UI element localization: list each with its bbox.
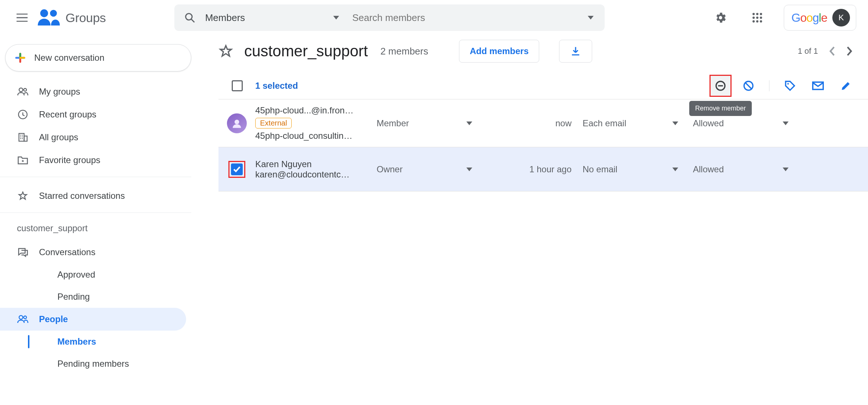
posting-dropdown[interactable]: Allowed	[693, 118, 803, 128]
sidebar-label: Recent groups	[39, 109, 96, 120]
settings-button[interactable]	[710, 7, 731, 28]
search-options-dropdown[interactable]	[577, 16, 605, 20]
role-dropdown[interactable]: Owner	[377, 164, 487, 175]
prev-page-button[interactable]	[828, 46, 836, 56]
svg-line-3	[191, 19, 194, 22]
account-switcher[interactable]: Google K	[784, 5, 856, 31]
svg-point-9	[760, 17, 762, 19]
remove-circle-icon	[715, 80, 726, 92]
sidebar-label: My groups	[39, 87, 80, 97]
product-name-label: Groups	[65, 11, 106, 25]
subscription-value: No email	[583, 164, 618, 175]
subscription-dropdown[interactable]: Each email	[583, 118, 693, 128]
role-value: Member	[377, 118, 409, 128]
svg-point-13	[19, 88, 23, 92]
svg-point-5	[756, 13, 758, 15]
search-bar: Members	[174, 4, 605, 31]
groups-logo[interactable]: Groups	[37, 9, 106, 27]
select-all-checkbox[interactable]	[232, 80, 243, 91]
row-checkbox[interactable]	[228, 161, 245, 178]
sidebar-label: Starred conversations	[39, 191, 125, 201]
hamburger-menu-button[interactable]	[9, 4, 35, 31]
email-button[interactable]	[807, 75, 829, 97]
selection-count-label: 1 selected	[255, 81, 298, 91]
member-email: karen@cloudcontentc…	[255, 169, 372, 180]
svg-rect-16	[19, 134, 24, 141]
search-button[interactable]	[174, 12, 205, 23]
sidebar-label: Pending members	[57, 359, 129, 369]
sidebar: New conversation My groups Recent groups…	[0, 35, 191, 375]
posting-dropdown[interactable]: Allowed	[693, 164, 803, 175]
pencil-icon	[840, 80, 851, 91]
new-conversation-label: New conversation	[34, 53, 104, 63]
folder-star-icon	[17, 155, 28, 165]
chevron-down-icon	[672, 122, 678, 125]
chevron-down-icon	[783, 122, 789, 125]
sidebar-label: Approved	[57, 270, 95, 280]
table-row[interactable]: Karen Nguyen karen@cloudcontentc… Owner …	[218, 147, 868, 191]
checkbox-checked-icon	[231, 163, 243, 175]
svg-rect-17	[24, 136, 27, 141]
sidebar-item-all-groups[interactable]: All groups	[0, 126, 191, 149]
gear-icon	[714, 11, 727, 24]
sidebar-subitem-pending[interactable]: Pending	[0, 286, 191, 308]
role-dropdown[interactable]: Member	[377, 118, 487, 128]
download-button[interactable]	[559, 40, 592, 63]
svg-point-10	[753, 20, 755, 22]
sidebar-item-my-groups[interactable]: My groups	[0, 80, 191, 103]
clock-icon	[18, 109, 28, 120]
sidebar-subitem-pending-members[interactable]: Pending members	[0, 353, 191, 375]
sidebar-label: Members	[57, 337, 96, 347]
svg-point-2	[185, 14, 192, 20]
chevron-down-icon	[783, 168, 789, 171]
next-page-button[interactable]	[846, 46, 853, 56]
sidebar-subitem-approved[interactable]: Approved	[0, 264, 191, 286]
edit-button[interactable]	[835, 75, 857, 97]
svg-point-4	[753, 13, 755, 15]
chevron-down-icon	[333, 16, 339, 20]
svg-point-14	[24, 88, 27, 91]
svg-point-18	[19, 316, 23, 319]
remove-member-button[interactable]: Remove member	[709, 75, 732, 97]
sidebar-item-favorite-groups[interactable]: Favorite groups	[0, 149, 191, 172]
pager-label: 1 of 1	[798, 46, 818, 56]
sidebar-item-recent-groups[interactable]: Recent groups	[0, 103, 191, 126]
label-button[interactable]	[779, 75, 801, 97]
selection-toolbar: 1 selected Remove member	[218, 72, 868, 99]
content-area: customer_support 2 members Add members 1…	[191, 35, 868, 375]
joined-value: now	[487, 118, 583, 128]
people-icon	[17, 315, 28, 324]
person-icon	[231, 118, 242, 129]
tag-icon	[784, 80, 796, 92]
topbar: Groups Members Google K	[0, 0, 868, 35]
sidebar-label: Favorite groups	[39, 155, 100, 165]
download-icon	[570, 46, 581, 57]
member-email: 45php-cloud...@in.fron…	[255, 105, 372, 116]
sidebar-label: People	[39, 314, 68, 324]
table-row[interactable]: 45php-cloud...@in.fron… External 45php-c…	[218, 99, 868, 147]
svg-point-8	[756, 17, 758, 19]
sidebar-subitem-members[interactable]: Members	[0, 331, 191, 353]
star-button[interactable]	[218, 44, 233, 59]
pager: 1 of 1	[798, 46, 853, 56]
ban-member-button[interactable]	[737, 75, 760, 97]
ban-icon	[743, 80, 754, 92]
sidebar-label: Pending	[57, 292, 90, 302]
search-scope-label: Members	[205, 12, 245, 24]
add-members-button[interactable]: Add members	[459, 40, 539, 63]
sidebar-item-people[interactable]: People	[0, 308, 186, 331]
chevron-down-icon	[588, 16, 594, 20]
new-conversation-button[interactable]: New conversation	[5, 44, 191, 71]
sidebar-item-conversations[interactable]: Conversations	[0, 241, 191, 264]
search-scope-dropdown[interactable]: Members	[205, 12, 352, 24]
search-input[interactable]	[352, 12, 577, 24]
mail-icon	[812, 81, 824, 91]
page-title: customer_support	[244, 42, 368, 60]
apps-button[interactable]	[747, 7, 768, 28]
google-logo: Google	[791, 11, 827, 25]
search-icon	[184, 12, 195, 23]
divider	[769, 80, 769, 91]
subscription-dropdown[interactable]: No email	[583, 164, 693, 175]
sidebar-item-starred-conversations[interactable]: Starred conversations	[0, 184, 191, 207]
chevron-down-icon	[466, 122, 472, 125]
